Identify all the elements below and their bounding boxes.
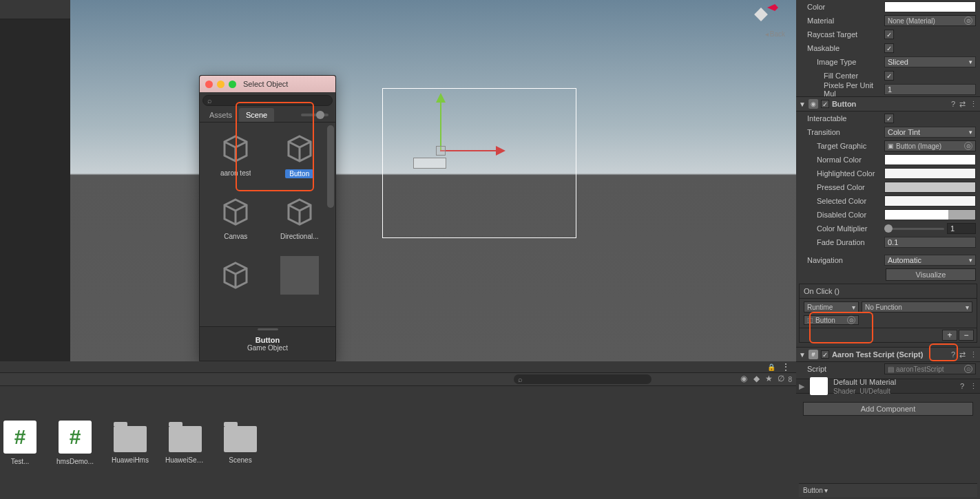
fold-icon[interactable]: ▼ xyxy=(799,351,806,359)
add-event-button[interactable]: + xyxy=(942,330,957,341)
button-component-header[interactable]: ▼ ◉ ✓ Button ? ⇄ ⋮ xyxy=(796,96,980,112)
material-header[interactable]: ▶ Default UI Material Shader UI/Default … xyxy=(796,379,980,394)
enable-checkbox[interactable]: ✓ xyxy=(821,350,829,359)
normal-color-label: Normal Color xyxy=(800,156,882,164)
asset-item[interactable]: # hmsDemo... xyxy=(55,421,95,465)
object-search-input[interactable] xyxy=(202,95,333,106)
fold-icon[interactable]: ▶ xyxy=(799,382,804,391)
ppu-field[interactable]: 1 xyxy=(884,84,976,95)
fade-label: Fade Duration xyxy=(800,238,882,246)
remove-event-button[interactable]: − xyxy=(959,330,974,341)
highlighted-color-label: Highlighted Color xyxy=(800,169,882,178)
highlighted-color-field[interactable] xyxy=(884,168,976,179)
color-field[interactable] xyxy=(884,1,976,12)
tab-scene[interactable]: Scene xyxy=(239,108,274,122)
minimize-icon[interactable] xyxy=(217,81,225,88)
preset-icon[interactable]: ⇄ xyxy=(959,350,966,359)
select-object-popup: Select Object Assets Scene aaron test Bu… xyxy=(199,75,336,361)
material-field[interactable]: None (Material) ⊙ xyxy=(884,15,976,26)
hidden-icon[interactable]: ∅ xyxy=(775,374,786,385)
raycast-checkbox[interactable]: ✓ xyxy=(884,30,894,39)
function-dropdown[interactable]: No Function xyxy=(862,301,972,312)
favorite-icon[interactable]: ★ xyxy=(763,374,774,385)
x-axis-arrow[interactable] xyxy=(440,150,503,151)
selected-name: Button xyxy=(256,336,280,344)
selected-type: Game Object xyxy=(247,344,288,352)
folder-icon xyxy=(169,426,202,452)
list-item[interactable]: Directional... xyxy=(269,193,331,253)
maskable-checkbox[interactable]: ✓ xyxy=(884,43,894,53)
resize-handle[interactable] xyxy=(258,328,278,330)
maximize-icon[interactable] xyxy=(229,81,236,88)
script-component-header[interactable]: ▼ # ✓ Aaron Test Script (Script) ? ⇄ ⋮ xyxy=(796,347,980,362)
navigation-dropdown[interactable]: Automatic xyxy=(884,255,976,266)
asset-item[interactable]: HuaweiHms xyxy=(110,421,150,465)
list-item[interactable] xyxy=(205,256,267,306)
filter-type-icon[interactable]: ◆ xyxy=(751,374,762,385)
gameobject-icon: ⬚ xyxy=(807,317,813,323)
pressed-color-field[interactable] xyxy=(884,182,976,193)
transition-label: Transition xyxy=(800,128,882,136)
help-icon[interactable]: ? xyxy=(960,382,964,390)
color-mult-label: Color Multiplier xyxy=(800,224,882,233)
asset-item[interactable]: Scenes xyxy=(220,421,260,465)
image-type-dropdown[interactable]: Sliced xyxy=(884,56,976,67)
gameobject-icon xyxy=(280,129,319,168)
menu-icon[interactable]: ⋮ xyxy=(970,100,977,109)
color-mult-slider[interactable] xyxy=(884,228,944,230)
tab-assets[interactable]: Assets xyxy=(202,108,239,122)
xy-plane-handle[interactable] xyxy=(436,146,446,156)
object-picker-icon[interactable]: ⊙ xyxy=(847,316,855,324)
material-label: Material xyxy=(800,17,882,25)
fill-center-label: Fill Center xyxy=(800,72,882,80)
transition-dropdown[interactable]: Color Tint xyxy=(884,127,976,138)
menu-icon[interactable]: ⋮ xyxy=(781,364,791,370)
project-search-input[interactable] xyxy=(514,374,651,384)
list-item[interactable] xyxy=(269,256,331,306)
asset-breadcrumb[interactable]: Button xyxy=(799,483,977,497)
scrollbar[interactable] xyxy=(327,125,334,208)
target-graphic-field[interactable]: ▣ Button (Image) ⊙ xyxy=(884,140,976,151)
project-panel: 🔒 ⋮ ◉ ◆ ★ ∅ 8 # Test... # hmsDemo... Hua… xyxy=(0,361,796,499)
runtime-dropdown[interactable]: Runtime xyxy=(804,301,859,312)
popup-titlebar[interactable]: Select Object xyxy=(200,76,335,92)
asset-item[interactable]: HuaweiService xyxy=(165,421,205,465)
selected-color-field[interactable] xyxy=(884,195,976,206)
hierarchy-sidebar xyxy=(0,0,70,361)
menu-icon[interactable]: ⋮ xyxy=(970,382,977,391)
normal-color-field[interactable] xyxy=(884,154,976,165)
object-picker-icon[interactable]: ⊙ xyxy=(964,17,972,25)
close-icon[interactable] xyxy=(205,81,213,88)
transform-gizmo[interactable] xyxy=(428,95,511,178)
help-icon[interactable]: ? xyxy=(951,100,955,109)
fold-icon[interactable]: ▼ xyxy=(799,100,806,108)
popup-footer: Button Game Object xyxy=(200,326,335,361)
object-picker-icon[interactable]: ⊙ xyxy=(964,365,972,373)
visualize-button[interactable]: Visualize xyxy=(886,268,976,281)
fade-field[interactable]: 0.1 xyxy=(884,237,976,248)
list-item[interactable]: Button xyxy=(269,129,331,190)
color-mult-value[interactable]: 1 xyxy=(947,223,976,234)
event-object-field[interactable]: ⬚ Button ⊙ xyxy=(804,315,859,325)
fill-center-checkbox[interactable]: ✓ xyxy=(884,71,894,81)
menu-icon[interactable]: ⋮ xyxy=(970,350,977,359)
add-component-button[interactable]: Add Component xyxy=(803,402,973,416)
enable-checkbox[interactable]: ✓ xyxy=(821,100,829,108)
asset-item[interactable]: # Test... xyxy=(0,421,40,465)
filter-icon[interactable]: ◉ xyxy=(738,374,749,385)
popup-title: Select Object xyxy=(243,80,288,88)
help-icon[interactable]: ? xyxy=(951,350,955,359)
disabled-color-field[interactable] xyxy=(884,209,976,220)
preset-icon[interactable]: ⇄ xyxy=(959,100,966,109)
gameobject-icon xyxy=(280,193,319,231)
lock-icon[interactable]: 🔒 xyxy=(767,363,775,371)
list-item[interactable]: aaron test xyxy=(205,129,267,190)
scene-view[interactable]: Back xyxy=(70,0,796,361)
y-axis-arrow[interactable] xyxy=(440,95,441,150)
list-item[interactable]: Canvas xyxy=(205,193,267,253)
interactable-checkbox[interactable]: ✓ xyxy=(884,114,894,123)
grid-size-slider[interactable] xyxy=(301,114,329,116)
orientation-gizmo[interactable]: Back xyxy=(744,3,785,37)
object-picker-icon[interactable]: ⊙ xyxy=(964,142,972,150)
back-label[interactable]: Back xyxy=(765,30,785,38)
